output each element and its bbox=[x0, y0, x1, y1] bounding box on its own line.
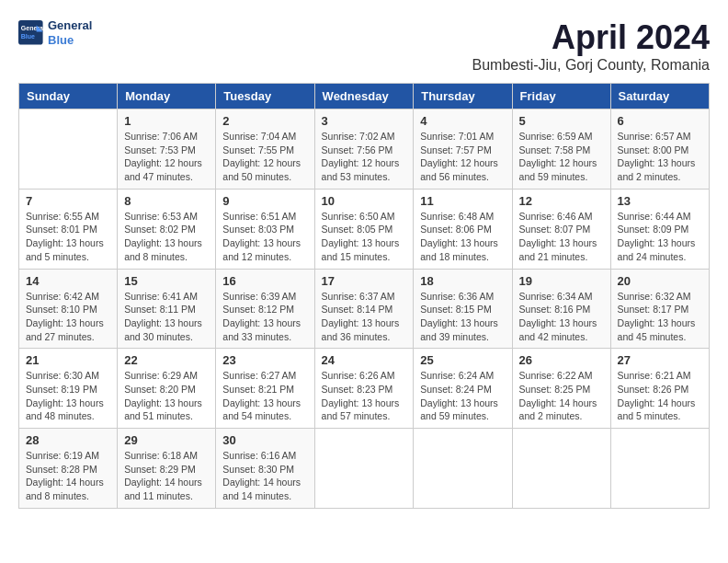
page-header: General Blue General Blue April 2024 Bum… bbox=[18, 18, 710, 74]
day-info: Sunrise: 6:29 AMSunset: 8:20 PMDaylight:… bbox=[124, 369, 209, 423]
calendar-cell: 7Sunrise: 6:55 AMSunset: 8:01 PMDaylight… bbox=[19, 189, 118, 269]
day-info: Sunrise: 6:22 AMSunset: 8:25 PMDaylight:… bbox=[519, 369, 604, 423]
day-number: 10 bbox=[322, 194, 407, 208]
calendar-cell: 2Sunrise: 7:04 AMSunset: 7:55 PMDaylight… bbox=[216, 109, 314, 190]
calendar-cell: 11Sunrise: 6:48 AMSunset: 8:06 PMDayligh… bbox=[414, 189, 512, 269]
day-info: Sunrise: 7:01 AMSunset: 7:57 PMDaylight:… bbox=[420, 130, 505, 184]
column-header-tuesday: Tuesday bbox=[216, 84, 314, 109]
day-number: 13 bbox=[618, 194, 702, 208]
calendar-week-row: 21Sunrise: 6:30 AMSunset: 8:19 PMDayligh… bbox=[19, 349, 710, 429]
day-number: 16 bbox=[222, 274, 307, 288]
day-info: Sunrise: 6:36 AMSunset: 8:15 PMDaylight:… bbox=[420, 290, 505, 344]
calendar-cell: 25Sunrise: 6:24 AMSunset: 8:24 PMDayligh… bbox=[414, 349, 512, 429]
calendar-cell: 9Sunrise: 6:51 AMSunset: 8:03 PMDaylight… bbox=[216, 189, 314, 269]
calendar-cell: 30Sunrise: 6:16 AMSunset: 8:30 PMDayligh… bbox=[216, 429, 314, 509]
day-info: Sunrise: 6:37 AMSunset: 8:14 PMDaylight:… bbox=[322, 290, 407, 344]
day-number: 19 bbox=[519, 274, 604, 288]
calendar-cell: 24Sunrise: 6:26 AMSunset: 8:23 PMDayligh… bbox=[314, 349, 414, 429]
day-number: 3 bbox=[322, 114, 407, 128]
day-info: Sunrise: 6:24 AMSunset: 8:24 PMDaylight:… bbox=[420, 369, 505, 423]
day-number: 30 bbox=[222, 433, 307, 447]
calendar-cell: 8Sunrise: 6:53 AMSunset: 8:02 PMDaylight… bbox=[118, 189, 216, 269]
day-number: 15 bbox=[124, 274, 209, 288]
calendar-cell bbox=[512, 429, 610, 509]
calendar-cell: 12Sunrise: 6:46 AMSunset: 8:07 PMDayligh… bbox=[512, 189, 610, 269]
calendar-header-row: SundayMondayTuesdayWednesdayThursdayFrid… bbox=[19, 84, 710, 109]
calendar-cell: 17Sunrise: 6:37 AMSunset: 8:14 PMDayligh… bbox=[314, 269, 414, 349]
calendar-cell: 27Sunrise: 6:21 AMSunset: 8:26 PMDayligh… bbox=[610, 349, 709, 429]
day-info: Sunrise: 6:55 AMSunset: 8:01 PMDaylight:… bbox=[26, 210, 110, 264]
day-info: Sunrise: 6:41 AMSunset: 8:11 PMDaylight:… bbox=[124, 290, 209, 344]
day-info: Sunrise: 6:57 AMSunset: 8:00 PMDaylight:… bbox=[618, 130, 702, 184]
day-info: Sunrise: 6:39 AMSunset: 8:12 PMDaylight:… bbox=[222, 290, 307, 344]
svg-text:Blue: Blue bbox=[21, 32, 35, 39]
day-info: Sunrise: 6:34 AMSunset: 8:16 PMDaylight:… bbox=[519, 290, 604, 344]
day-info: Sunrise: 6:51 AMSunset: 8:03 PMDaylight:… bbox=[222, 210, 307, 264]
day-info: Sunrise: 6:48 AMSunset: 8:06 PMDaylight:… bbox=[420, 210, 505, 264]
logo: General Blue General Blue bbox=[18, 18, 92, 47]
day-info: Sunrise: 6:30 AMSunset: 8:19 PMDaylight:… bbox=[26, 369, 110, 423]
day-info: Sunrise: 7:04 AMSunset: 7:55 PMDaylight:… bbox=[222, 130, 307, 184]
calendar-cell bbox=[19, 109, 118, 190]
day-info: Sunrise: 6:18 AMSunset: 8:29 PMDaylight:… bbox=[124, 449, 209, 503]
day-number: 1 bbox=[124, 114, 209, 128]
calendar-cell: 5Sunrise: 6:59 AMSunset: 7:58 PMDaylight… bbox=[512, 109, 610, 190]
calendar-cell bbox=[414, 429, 512, 509]
day-number: 4 bbox=[420, 114, 505, 128]
day-info: Sunrise: 6:42 AMSunset: 8:10 PMDaylight:… bbox=[26, 290, 110, 344]
column-header-saturday: Saturday bbox=[610, 84, 709, 109]
calendar-cell: 15Sunrise: 6:41 AMSunset: 8:11 PMDayligh… bbox=[118, 269, 216, 349]
calendar-cell: 10Sunrise: 6:50 AMSunset: 8:05 PMDayligh… bbox=[314, 189, 414, 269]
day-number: 5 bbox=[519, 114, 604, 128]
day-number: 6 bbox=[618, 114, 702, 128]
calendar-cell: 14Sunrise: 6:42 AMSunset: 8:10 PMDayligh… bbox=[19, 269, 118, 349]
location-subtitle: Bumbesti-Jiu, Gorj County, Romania bbox=[472, 57, 710, 74]
day-number: 20 bbox=[618, 274, 702, 288]
day-number: 25 bbox=[420, 353, 505, 367]
day-number: 21 bbox=[26, 353, 110, 367]
calendar-cell: 6Sunrise: 6:57 AMSunset: 8:00 PMDaylight… bbox=[610, 109, 709, 190]
logo-text-line2: Blue bbox=[48, 33, 92, 48]
logo-icon: General Blue bbox=[18, 20, 44, 46]
day-number: 12 bbox=[519, 194, 604, 208]
calendar-cell: 26Sunrise: 6:22 AMSunset: 8:25 PMDayligh… bbox=[512, 349, 610, 429]
calendar-week-row: 28Sunrise: 6:19 AMSunset: 8:28 PMDayligh… bbox=[19, 429, 710, 509]
day-number: 14 bbox=[26, 274, 110, 288]
day-info: Sunrise: 6:44 AMSunset: 8:09 PMDaylight:… bbox=[618, 210, 702, 264]
day-info: Sunrise: 6:26 AMSunset: 8:23 PMDaylight:… bbox=[322, 369, 407, 423]
calendar-cell: 29Sunrise: 6:18 AMSunset: 8:29 PMDayligh… bbox=[118, 429, 216, 509]
day-number: 2 bbox=[222, 114, 307, 128]
calendar-table: SundayMondayTuesdayWednesdayThursdayFrid… bbox=[18, 83, 710, 509]
column-header-friday: Friday bbox=[512, 84, 610, 109]
calendar-cell: 1Sunrise: 7:06 AMSunset: 7:53 PMDaylight… bbox=[118, 109, 216, 190]
day-info: Sunrise: 6:16 AMSunset: 8:30 PMDaylight:… bbox=[222, 449, 307, 503]
day-info: Sunrise: 6:27 AMSunset: 8:21 PMDaylight:… bbox=[222, 369, 307, 423]
calendar-cell: 13Sunrise: 6:44 AMSunset: 8:09 PMDayligh… bbox=[610, 189, 709, 269]
day-info: Sunrise: 6:59 AMSunset: 7:58 PMDaylight:… bbox=[519, 130, 604, 184]
calendar-cell: 19Sunrise: 6:34 AMSunset: 8:16 PMDayligh… bbox=[512, 269, 610, 349]
day-info: Sunrise: 6:19 AMSunset: 8:28 PMDaylight:… bbox=[26, 449, 110, 503]
calendar-cell: 23Sunrise: 6:27 AMSunset: 8:21 PMDayligh… bbox=[216, 349, 314, 429]
calendar-cell: 4Sunrise: 7:01 AMSunset: 7:57 PMDaylight… bbox=[414, 109, 512, 190]
day-info: Sunrise: 7:06 AMSunset: 7:53 PMDaylight:… bbox=[124, 130, 209, 184]
day-info: Sunrise: 6:46 AMSunset: 8:07 PMDaylight:… bbox=[519, 210, 604, 264]
calendar-cell bbox=[610, 429, 709, 509]
calendar-cell: 20Sunrise: 6:32 AMSunset: 8:17 PMDayligh… bbox=[610, 269, 709, 349]
day-number: 28 bbox=[26, 433, 110, 447]
day-number: 11 bbox=[420, 194, 505, 208]
day-number: 18 bbox=[420, 274, 505, 288]
day-info: Sunrise: 6:53 AMSunset: 8:02 PMDaylight:… bbox=[124, 210, 209, 264]
day-number: 9 bbox=[222, 194, 307, 208]
column-header-wednesday: Wednesday bbox=[314, 84, 414, 109]
day-number: 26 bbox=[519, 353, 604, 367]
day-info: Sunrise: 7:02 AMSunset: 7:56 PMDaylight:… bbox=[322, 130, 407, 184]
calendar-cell: 28Sunrise: 6:19 AMSunset: 8:28 PMDayligh… bbox=[19, 429, 118, 509]
calendar-cell: 22Sunrise: 6:29 AMSunset: 8:20 PMDayligh… bbox=[118, 349, 216, 429]
month-title: April 2024 bbox=[472, 18, 710, 57]
day-number: 24 bbox=[322, 353, 407, 367]
day-number: 23 bbox=[222, 353, 307, 367]
title-section: April 2024 Bumbesti-Jiu, Gorj County, Ro… bbox=[472, 18, 710, 74]
calendar-cell bbox=[314, 429, 414, 509]
calendar-cell: 18Sunrise: 6:36 AMSunset: 8:15 PMDayligh… bbox=[414, 269, 512, 349]
column-header-sunday: Sunday bbox=[19, 84, 118, 109]
